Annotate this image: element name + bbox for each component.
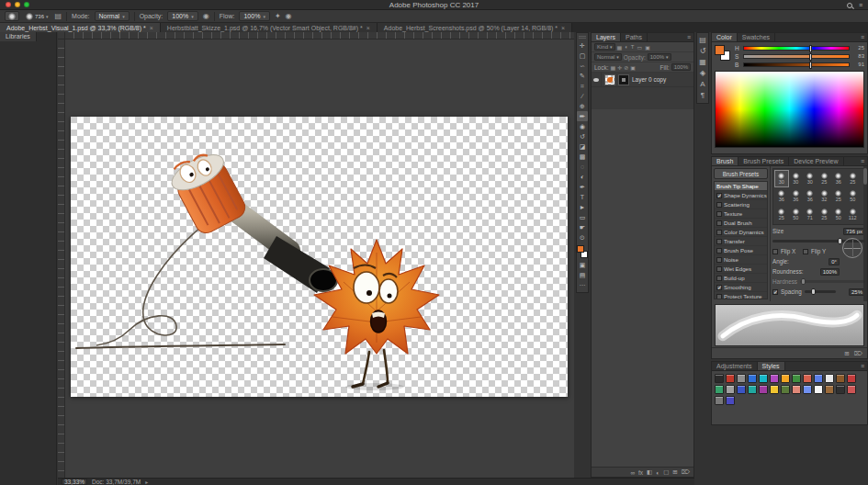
canvas-document[interactable] <box>71 117 568 397</box>
style-swatch[interactable] <box>814 385 823 394</box>
hardness-slider[interactable] <box>800 280 865 283</box>
style-swatch[interactable] <box>748 385 757 394</box>
path-selection-tool[interactable]: ► <box>577 202 588 212</box>
zoom-window-button[interactable] <box>24 2 29 7</box>
brush-option-item[interactable]: ✓ Brush Pose <box>715 246 767 255</box>
link-layers-icon[interactable]: ∞ <box>630 469 635 476</box>
slider-handle[interactable] <box>809 53 812 61</box>
brush-tip[interactable]: 30 <box>789 170 804 187</box>
airbrush-icon[interactable]: ✦ <box>275 12 281 20</box>
brush-tip[interactable]: 25 <box>817 206 832 223</box>
flip-y-checkbox[interactable]: ✓ <box>803 249 808 254</box>
eyedropper-tool[interactable]: ∕ <box>577 91 588 101</box>
style-swatch[interactable] <box>748 374 757 383</box>
status-popup-arrow-icon[interactable]: ▸ <box>145 479 148 485</box>
new-brush-icon[interactable]: ⊞ <box>844 350 849 357</box>
color-slider[interactable] <box>743 54 850 59</box>
brush-tool[interactable]: ✏ <box>577 111 588 121</box>
foreground-color-swatch[interactable] <box>577 245 584 253</box>
character-panel-icon[interactable]: A <box>700 81 705 88</box>
panel-tab[interactable]: Styles <box>758 362 785 370</box>
brush-option-item[interactable]: ✓ Color Dynamics <box>715 228 767 237</box>
libraries-panel-icon[interactable]: ▦ <box>699 59 706 66</box>
brush-tip[interactable]: 30 <box>774 170 789 187</box>
style-swatch[interactable] <box>759 385 768 394</box>
brush-option-item[interactable]: ✓ Scattering <box>715 200 767 209</box>
healing-brush-tool[interactable]: ⊕ <box>577 101 588 111</box>
eraser-tool[interactable]: ◪ <box>577 141 588 152</box>
style-swatch[interactable] <box>770 385 779 394</box>
layer-filter-select[interactable]: Kind ▾ <box>594 43 615 51</box>
layers-panel-menu-icon[interactable]: ≡ <box>687 33 691 42</box>
style-swatch[interactable] <box>836 374 845 383</box>
brush-tip[interactable]: 112 <box>846 206 861 223</box>
filter-smart-objects-icon[interactable]: ▣ <box>645 44 650 51</box>
blur-tool[interactable]: ◌ <box>577 162 588 172</box>
history-brush-tool[interactable]: ↺ <box>577 131 588 141</box>
color-slider[interactable] <box>743 46 850 51</box>
style-swatch[interactable] <box>836 385 845 394</box>
panel-tab[interactable]: Layers <box>592 33 621 41</box>
panel-tab[interactable]: Device Preview <box>789 157 843 165</box>
brush-option-item[interactable]: ✓ Smoothing <box>715 283 767 292</box>
layer-opacity-select[interactable]: 100% ▾ <box>648 53 671 61</box>
screen-mode-icon[interactable]: ▤ <box>577 270 588 280</box>
style-swatch[interactable] <box>814 374 823 383</box>
document-tab[interactable]: Adobe_Herbst_Screenshots.psd @ 50% (Laye… <box>378 23 572 32</box>
active-tool-indicator[interactable] <box>5 11 19 21</box>
blend-mode-select[interactable]: Normal ▾ <box>594 53 622 61</box>
vertical-ruler[interactable] <box>58 39 65 478</box>
brush-option-item[interactable]: ✓ Noise <box>715 255 767 265</box>
paragraph-panel-icon[interactable]: ¶ <box>701 92 705 99</box>
checkbox[interactable]: ✓ <box>716 294 722 299</box>
quick-mask-icon[interactable]: ▣ <box>577 260 588 270</box>
checkbox[interactable]: ✓ <box>716 257 722 263</box>
mode-select[interactable]: Normal ▾ <box>95 11 130 21</box>
lasso-tool[interactable]: ∽ <box>577 61 588 71</box>
lock-position-icon[interactable]: ⊘ <box>624 64 628 71</box>
tab-libraries[interactable]: Libraries <box>0 32 37 41</box>
color-slider[interactable] <box>743 62 850 67</box>
checkbox[interactable]: ✓ <box>716 248 722 254</box>
brush-option-item[interactable]: ✓ Dual Brush <box>715 219 767 228</box>
checkbox[interactable]: ✓ <box>716 230 722 235</box>
checkbox[interactable]: ✓ <box>716 211 722 217</box>
brush-tip[interactable]: 36 <box>774 187 789 205</box>
slider-handle[interactable] <box>809 45 812 52</box>
style-swatch[interactable] <box>715 374 724 383</box>
move-tool[interactable]: ✛ <box>577 40 588 51</box>
style-swatch[interactable] <box>803 385 812 394</box>
brush-tip[interactable]: 36 <box>831 170 846 187</box>
panel-tab[interactable]: Adjustments <box>712 362 758 370</box>
minimize-window-button[interactable] <box>15 2 20 7</box>
style-swatch[interactable] <box>759 374 768 383</box>
new-layer-icon[interactable]: ⊞ <box>672 468 677 476</box>
pen-tool[interactable]: ✒ <box>577 182 588 192</box>
style-swatch[interactable] <box>825 385 834 394</box>
opacity-select[interactable]: 100% ▾ <box>167 11 197 21</box>
filter-adjustment-layers-icon[interactable]: ◐ <box>625 44 628 51</box>
quick-selection-tool[interactable]: ✎ <box>577 71 588 81</box>
brush-presets-button[interactable]: Brush Presets <box>714 168 768 179</box>
slider-value[interactable]: 83 <box>852 53 864 59</box>
checkbox[interactable]: ✓ <box>716 239 722 244</box>
style-swatch[interactable] <box>847 385 856 394</box>
panel-tab[interactable]: Brush Presets <box>738 157 789 165</box>
slider-value[interactable]: 91 <box>852 62 864 67</box>
layer-row[interactable]: Layer 0 copy <box>592 73 693 87</box>
brush-option-item[interactable]: ✓ Protect Texture <box>715 292 767 299</box>
brush-option-item[interactable]: ✓ Transfer <box>715 237 767 246</box>
close-window-button[interactable] <box>6 2 11 7</box>
style-swatch[interactable] <box>726 396 735 405</box>
lock-all-icon[interactable]: ▣ <box>630 64 636 71</box>
brush-tip[interactable]: 25 <box>817 170 832 187</box>
gradient-tool[interactable]: ▩ <box>577 152 588 162</box>
fill-select[interactable]: 100% <box>671 63 691 71</box>
filter-type-layers-icon[interactable]: T <box>631 44 635 51</box>
brush-tip[interactable]: 36 <box>789 187 804 205</box>
clone-stamp-tool[interactable]: ◉ <box>577 121 588 131</box>
layer-mask-thumbnail[interactable] <box>618 74 629 85</box>
info-panel-icon[interactable]: ◈ <box>700 70 705 77</box>
checkbox[interactable]: ✓ <box>716 193 722 198</box>
brush-option-item[interactable]: ✓ Texture <box>715 209 767 219</box>
